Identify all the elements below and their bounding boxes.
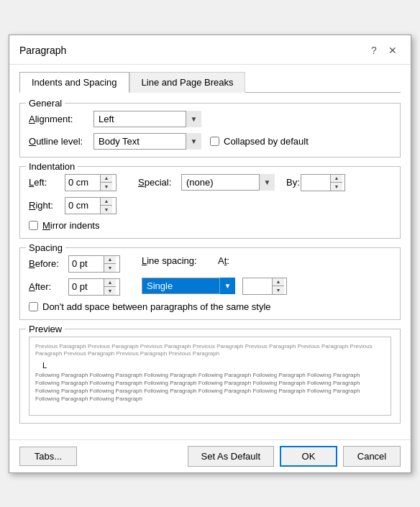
line-spacing-select[interactable]: Single 1.5 lines Double At least Exactly… (142, 278, 235, 294)
mirror-indents-checkbox[interactable] (29, 221, 38, 230)
preview-previous-text: Previous Paragraph Previous Paragraph Pr… (35, 343, 385, 359)
after-label: After: (29, 281, 68, 292)
before-down[interactable]: ▼ (104, 264, 116, 272)
preview-letter: L (42, 360, 385, 371)
outline-row: Outline level: Body Text Level 1 Level 2… (29, 133, 391, 150)
tabs-button[interactable]: Tabs... (19, 447, 77, 466)
special-label: Special: (138, 177, 181, 188)
bottom-bar: Tabs... Set As Default OK Cancel (9, 439, 411, 472)
spacing-section: Spacing Before: ▲ ▼ Afte (19, 247, 401, 320)
at-input[interactable] (243, 278, 272, 294)
collapsed-checkbox[interactable] (210, 137, 219, 146)
indent-right-row: Right: ▲ ▼ (29, 197, 117, 214)
spacing-section-title: Spacing (26, 242, 65, 253)
by-up[interactable]: ▲ (331, 175, 342, 183)
general-section-title: General (26, 98, 65, 109)
title-bar-left: Paragraph (19, 45, 66, 56)
indent-left-input[interactable] (65, 175, 100, 191)
indentation-section-title: Indentation (26, 161, 78, 172)
indentation-left-group: Left: ▲ ▼ Right: (29, 174, 117, 214)
before-row: Before: ▲ ▼ (29, 255, 120, 273)
indentation-special-group: Special: (none) First line Hanging ▼ By: (138, 174, 345, 214)
indent-right-spin-buttons: ▲ ▼ (100, 198, 112, 214)
tabs-button-group: Tabs... (19, 447, 77, 466)
special-select[interactable]: (none) First line Hanging (181, 174, 275, 191)
mirror-indents-label: Mirror indents (42, 220, 99, 231)
indent-left-spin-buttons: ▲ ▼ (100, 175, 112, 191)
right-buttons: Set As Default OK Cancel (188, 446, 401, 467)
at-spinbox: ▲ ▼ (242, 278, 287, 295)
indent-left-up[interactable]: ▲ (101, 175, 112, 183)
dialog-title: Paragraph (19, 45, 66, 56)
special-select-wrapper: (none) First line Hanging ▼ (181, 174, 275, 191)
indent-right-up[interactable]: ▲ (101, 198, 112, 206)
dont-add-space-checkbox[interactable] (29, 302, 38, 311)
alignment-row: Alignment: Left Centered Right Justified… (29, 111, 391, 127)
dont-add-space-row: Don't add space between paragraphs of th… (29, 301, 391, 312)
close-button[interactable]: ✕ (385, 42, 401, 58)
tab-indents-spacing[interactable]: Indents and Spacing (19, 72, 129, 93)
mirror-indents-row: Mirror indents (29, 220, 391, 231)
title-bar-right: ? ✕ (366, 42, 401, 58)
before-up[interactable]: ▲ (104, 256, 116, 264)
outline-select-wrapper: Body Text Level 1 Level 2 Level 3 ▼ (93, 133, 201, 150)
cancel-button[interactable]: Cancel (343, 446, 401, 467)
at-label: At: (218, 255, 236, 266)
spacing-left-group: Before: ▲ ▼ After: (29, 255, 120, 296)
by-spinbox: ▲ ▼ (301, 174, 345, 191)
help-button[interactable]: ? (366, 42, 382, 58)
by-label: By: (286, 177, 301, 188)
collapsed-label: Collapsed by default (224, 136, 309, 147)
preview-following-text: Following Paragraph Following Paragraph … (35, 372, 385, 403)
at-down[interactable]: ▼ (273, 286, 284, 294)
after-spin-buttons: ▲ ▼ (104, 279, 116, 295)
before-input[interactable] (69, 256, 104, 272)
outline-label: Outline level: (29, 136, 93, 147)
line-spacing-select-row: Single 1.5 lines Double At least Exactly… (142, 278, 287, 295)
indent-left-down[interactable]: ▼ (101, 183, 112, 191)
line-spacing-select-wrapper: Single 1.5 lines Double At least Exactly… (142, 278, 235, 294)
after-row: After: ▲ ▼ (29, 278, 120, 296)
general-section: General Alignment: Left Centered Right J… (19, 103, 401, 157)
before-label: Before: (29, 258, 68, 269)
by-down[interactable]: ▼ (331, 183, 342, 191)
alignment-label: Alignment: (29, 114, 93, 124)
at-up[interactable]: ▲ (273, 278, 284, 286)
dialog-content: Indents and Spacing Line and Page Breaks… (9, 65, 411, 439)
before-spinbox: ▲ ▼ (68, 255, 120, 273)
preview-box-section: Preview Previous Paragraph Previous Para… (19, 329, 401, 424)
line-spacing-row: Line spacing: At: (142, 255, 287, 266)
after-spinbox: ▲ ▼ (68, 278, 120, 296)
spacing-right-group: Line spacing: At: Single 1.5 lines Doubl… (142, 255, 287, 296)
indent-right-label: Right: (29, 200, 65, 211)
preview-section: Preview Previous Paragraph Previous Para… (19, 329, 401, 424)
indent-right-down[interactable]: ▼ (101, 206, 112, 214)
ok-button[interactable]: OK (280, 446, 337, 467)
preview-area: Previous Paragraph Previous Paragraph Pr… (29, 337, 391, 416)
at-spin-buttons: ▲ ▼ (272, 278, 284, 294)
indentation-section: Indentation Left: ▲ ▼ Ri (19, 166, 401, 239)
special-row: Special: (none) First line Hanging ▼ By: (138, 174, 345, 191)
indent-left-label: Left: (29, 177, 65, 188)
tab-line-page-breaks[interactable]: Line and Page Breaks (129, 72, 246, 93)
preview-section-title: Preview (26, 324, 65, 334)
by-spin-buttons: ▲ ▼ (330, 175, 342, 191)
paragraph-dialog: Paragraph ? ✕ Indents and Spacing Line a… (9, 35, 411, 473)
tab-bar: Indents and Spacing Line and Page Breaks (19, 72, 401, 93)
alignment-select-wrapper: Left Centered Right Justified ▼ (93, 111, 201, 127)
alignment-select[interactable]: Left Centered Right Justified (93, 111, 201, 127)
outline-select[interactable]: Body Text Level 1 Level 2 Level 3 (93, 133, 201, 150)
after-input[interactable] (69, 279, 104, 295)
by-input[interactable] (301, 175, 330, 191)
indent-right-input[interactable] (65, 198, 100, 214)
after-up[interactable]: ▲ (104, 279, 116, 287)
dont-add-space-label: Don't add space between paragraphs of th… (42, 301, 271, 312)
line-spacing-label: Line spacing: (142, 255, 206, 266)
title-bar: Paragraph ? ✕ (9, 35, 411, 65)
set-as-default-button[interactable]: Set As Default (188, 446, 274, 467)
indent-left-row: Left: ▲ ▼ (29, 174, 117, 191)
indent-right-spinbox: ▲ ▼ (65, 197, 117, 214)
indent-left-spinbox: ▲ ▼ (65, 174, 117, 191)
before-spin-buttons: ▲ ▼ (104, 256, 116, 272)
after-down[interactable]: ▼ (104, 287, 116, 295)
